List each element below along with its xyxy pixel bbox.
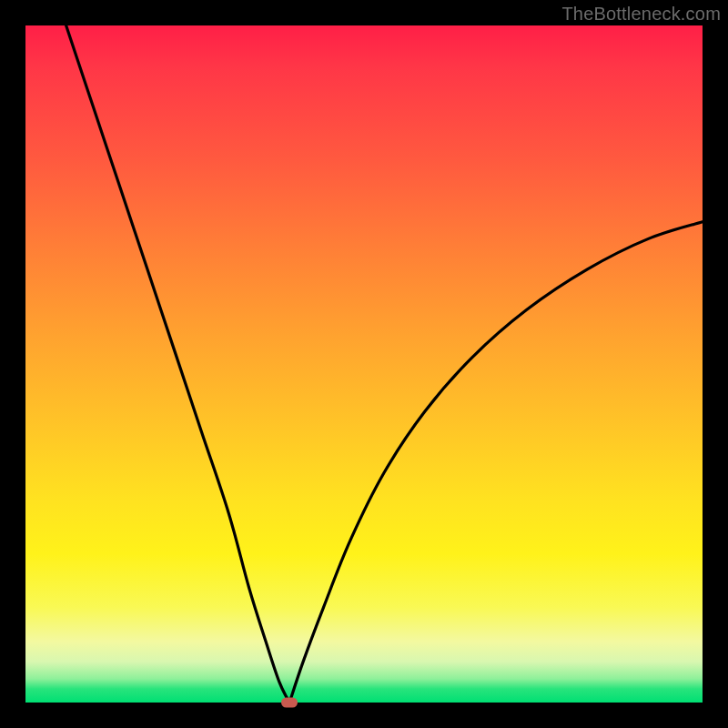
curve-left-branch bbox=[66, 25, 290, 703]
watermark-text: TheBottleneck.com bbox=[561, 4, 721, 25]
minimum-marker bbox=[281, 698, 298, 708]
curve-right-branch bbox=[289, 222, 703, 703]
plot-area bbox=[25, 25, 703, 703]
chart-frame: TheBottleneck.com bbox=[0, 0, 728, 728]
curve-layer bbox=[25, 25, 703, 703]
